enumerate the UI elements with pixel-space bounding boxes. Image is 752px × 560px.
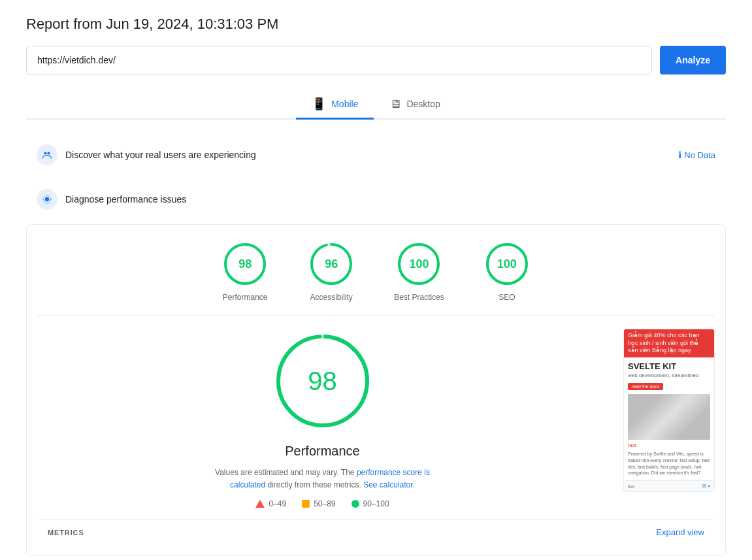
legend-row: 0–49 50–89 90–100 xyxy=(255,499,389,508)
preview-card: Giảm giá 40% cho các bạn học sinh / sinh… xyxy=(623,329,715,492)
svg-point-0 xyxy=(42,150,53,161)
analyze-button[interactable]: Analyze xyxy=(660,46,726,74)
preview-footer-text: fun xyxy=(628,484,634,489)
perf-desc: Values are estimated and may vary. The p… xyxy=(205,467,440,491)
diagnose-icon xyxy=(37,189,57,210)
diagnose-banner: Diagnose performance issues xyxy=(26,180,726,219)
preview-body-text: Powered by Svelte and Vite, speed is bak… xyxy=(628,451,710,476)
perf-desc-prefix: Values are estimated and may vary. The xyxy=(215,468,354,477)
tab-mobile-label: Mobile xyxy=(331,99,358,109)
preview-header: Giảm giá 40% cho các bạn học sinh / sinh… xyxy=(624,329,714,357)
big-performance-score: 98 xyxy=(308,367,337,396)
svg-point-4 xyxy=(45,197,50,202)
legend-square-icon xyxy=(302,500,310,508)
preview-footer-icons: ⊞ ≡ xyxy=(702,484,710,489)
perf-left: 98 Performance Values are estimated and … xyxy=(37,329,608,508)
svg-point-2 xyxy=(47,152,50,154)
mobile-icon: 📱 xyxy=(312,97,326,111)
legend-low-label: 0–49 xyxy=(269,499,286,508)
real-users-left: Discover what your real users are experi… xyxy=(37,144,256,165)
score-best-practices[interactable]: 100 Best Practices xyxy=(394,240,444,302)
seo-circle: 100 xyxy=(483,240,531,288)
perf-title: Performance xyxy=(285,444,360,459)
desktop-icon: 🖥 xyxy=(389,97,401,111)
best-practices-label: Best Practices xyxy=(394,293,444,302)
preview-image xyxy=(628,394,710,440)
accessibility-label: Accessibility xyxy=(310,293,352,302)
legend-mid: 50–89 xyxy=(302,499,335,508)
url-bar-row: Analyze xyxy=(26,46,726,74)
legend-dot-icon xyxy=(351,500,359,508)
tab-desktop-label: Desktop xyxy=(406,99,440,109)
legend-high-label: 90–100 xyxy=(363,499,389,508)
scores-divider xyxy=(37,315,715,316)
accessibility-score: 96 xyxy=(325,257,338,271)
tab-mobile[interactable]: 📱 Mobile xyxy=(296,90,374,120)
real-users-icon xyxy=(37,144,57,165)
no-data-label[interactable]: No Data xyxy=(684,150,715,160)
metrics-label: METRICS xyxy=(48,529,84,536)
preview-subtitle: web development, streamlined xyxy=(628,372,710,378)
accessibility-circle: 96 xyxy=(308,240,355,288)
preview-tag: fast xyxy=(628,442,710,448)
score-accessibility[interactable]: 96 Accessibility xyxy=(308,240,355,302)
expand-view-link[interactable]: Expand view xyxy=(656,527,704,537)
tabs-row: 📱 Mobile 🖥 Desktop xyxy=(26,90,726,120)
score-seo[interactable]: 100 SEO xyxy=(483,240,531,302)
tab-desktop[interactable]: 🖥 Desktop xyxy=(374,90,455,120)
diagnose-text: Diagnose performance issues xyxy=(65,194,186,205)
legend-high: 90–100 xyxy=(351,499,389,508)
score-performance[interactable]: 98 Performance xyxy=(221,240,269,302)
url-input[interactable] xyxy=(26,46,652,74)
diagnose-left: Diagnose performance issues xyxy=(37,189,186,210)
perf-preview: Giảm giá 40% cho các bạn học sinh / sinh… xyxy=(623,329,715,492)
real-users-text: Discover what your real users are experi… xyxy=(65,150,256,160)
legend-low: 0–49 xyxy=(255,499,286,508)
legend-triangle-icon xyxy=(255,500,265,508)
report-title: Report from Jun 19, 2024, 10:31:03 PM xyxy=(26,16,726,33)
no-data-link[interactable]: ℹ No Data xyxy=(678,150,715,160)
perf-calculator-link[interactable]: See calculator. xyxy=(363,480,415,489)
preview-cta: read the docs xyxy=(628,383,663,390)
preview-site-title: SVELTE KIT xyxy=(628,361,710,371)
real-users-banner: Discover what your real users are experi… xyxy=(26,135,726,174)
preview-body: SVELTE KIT web development, streamlined … xyxy=(624,357,714,480)
best-practices-score: 100 xyxy=(409,257,429,271)
info-icon: ℹ xyxy=(678,150,681,160)
perf-desc-mid: directly from these metrics. xyxy=(267,480,361,489)
seo-label: SEO xyxy=(499,293,515,302)
scores-row: 98 Performance 96 Accessibility xyxy=(37,240,715,302)
metrics-header: METRICS Expand view xyxy=(37,519,715,545)
performance-circle: 98 xyxy=(221,240,269,288)
seo-score: 100 xyxy=(497,257,517,271)
preview-footer: fun ⊞ ≡ xyxy=(624,480,714,491)
perf-section: 98 Performance Values are estimated and … xyxy=(37,329,715,508)
legend-mid-label: 50–89 xyxy=(314,499,335,508)
scores-card: 98 Performance 96 Accessibility xyxy=(26,224,726,556)
performance-label: Performance xyxy=(223,293,268,302)
performance-score: 98 xyxy=(238,257,252,271)
big-performance-circle: 98 xyxy=(270,329,375,433)
best-practices-circle: 100 xyxy=(395,240,442,288)
svg-point-1 xyxy=(44,152,46,154)
